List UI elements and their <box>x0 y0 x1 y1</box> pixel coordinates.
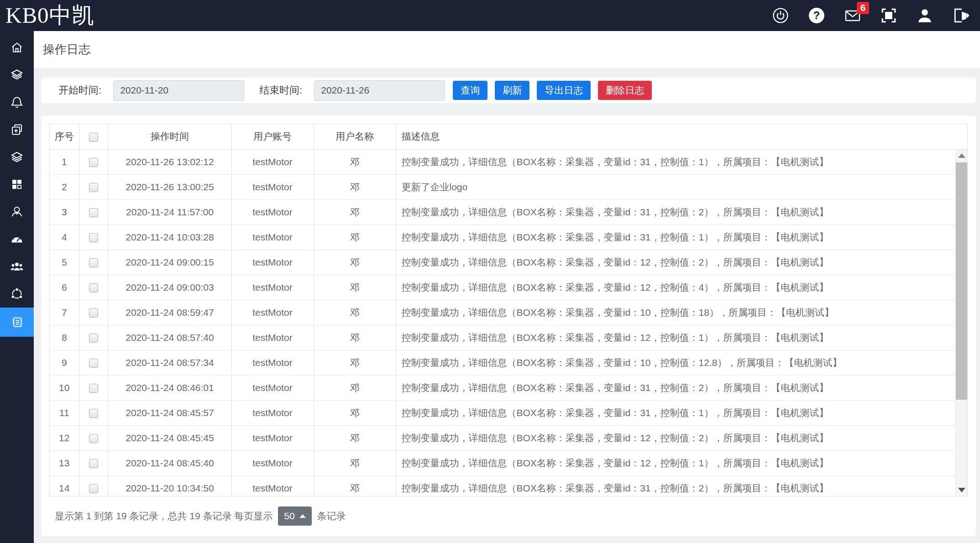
brand-logo[interactable]: KB0中凯 <box>0 0 95 31</box>
scrollbar-thumb[interactable] <box>956 162 967 400</box>
row-description: 更新了企业logo <box>396 174 967 199</box>
pagination-summary: 显示第 1 到第 19 条记录，总共 19 条记录 每页显示 <box>55 510 273 522</box>
row-user-name: 邓 <box>314 149 396 174</box>
row-number: 5 <box>50 250 79 275</box>
table-vertical-scrollbar[interactable] <box>955 150 967 496</box>
sidebar-item-home[interactable] <box>0 34 34 61</box>
pagination-suffix: 条记录 <box>317 510 346 522</box>
sidebar-item-profile[interactable] <box>0 198 34 225</box>
row-checkbox[interactable] <box>89 258 98 267</box>
row-user-account: testMotor <box>231 425 314 450</box>
row-checkbox[interactable] <box>89 183 98 192</box>
refresh-button[interactable]: 刷新 <box>495 81 529 100</box>
sidebar-item-dashboard-grid[interactable] <box>0 171 34 198</box>
row-checkbox[interactable] <box>89 208 98 217</box>
row-user-account: testMotor <box>231 475 314 496</box>
sidebar-item-network[interactable] <box>0 280 34 308</box>
row-user-account: testMotor <box>231 450 314 475</box>
row-checkbox[interactable] <box>89 409 98 418</box>
row-select-cell <box>79 174 108 199</box>
row-checkbox[interactable] <box>89 283 98 292</box>
select-all-checkbox[interactable] <box>89 133 98 142</box>
row-user-account: testMotor <box>231 400 314 425</box>
row-operation-time: 2020-11-24 08:46:01 <box>108 375 231 400</box>
row-user-name: 邓 <box>314 275 396 300</box>
row-operation-time: 2020-11-24 08:45:45 <box>108 425 231 450</box>
row-checkbox[interactable] <box>89 359 98 368</box>
row-user-account: testMotor <box>231 325 314 350</box>
row-user-name: 邓 <box>314 325 396 350</box>
row-checkbox[interactable] <box>89 459 98 468</box>
end-time-input[interactable] <box>314 80 445 101</box>
sidebar-item-layers[interactable] <box>0 61 34 89</box>
row-select-cell <box>79 300 108 325</box>
row-select-cell <box>79 350 108 375</box>
sidebar-item-user-group[interactable] <box>0 253 34 280</box>
row-operation-time: 2020-11-24 09:00:03 <box>108 275 231 300</box>
row-select-cell <box>79 450 108 475</box>
page-size-select[interactable]: 50 <box>278 506 311 526</box>
row-operation-time: 2020-11-24 11:57:00 <box>108 199 231 225</box>
row-checkbox[interactable] <box>89 384 98 393</box>
sidebar-item-operation-log[interactable] <box>0 308 34 337</box>
help-icon[interactable]: ? <box>808 7 825 24</box>
table-row: 92020-11-24 08:57:34testMotor邓控制变量成功，详细信… <box>50 350 967 375</box>
row-user-name: 邓 <box>314 199 396 225</box>
sidebar-item-alerts[interactable] <box>0 89 34 116</box>
pagination-bar: 显示第 1 到第 19 条记录，总共 19 条记录 每页显示 50 条记录 <box>49 496 968 536</box>
sidebar <box>0 31 34 543</box>
fullscreen-icon[interactable] <box>880 7 897 24</box>
row-operation-time: 2020-11-24 08:57:40 <box>108 325 231 350</box>
row-number: 13 <box>50 450 79 475</box>
table-row: 112020-11-24 08:45:57testMotor邓控制变量成功，详细… <box>50 400 967 425</box>
logout-icon[interactable] <box>953 7 969 24</box>
export-log-button[interactable]: 导出日志 <box>537 81 591 100</box>
row-select-cell <box>79 199 108 225</box>
delete-log-button[interactable]: 删除日志 <box>598 81 652 100</box>
sidebar-item-stack[interactable] <box>0 143 34 171</box>
row-checkbox[interactable] <box>89 334 98 343</box>
query-button[interactable]: 查询 <box>453 81 487 100</box>
start-time-input[interactable] <box>113 80 244 101</box>
row-description: 控制变量成功，详细信息（BOX名称：采集器，变量id：12，控制值：2），所属项… <box>396 250 967 275</box>
row-number: 7 <box>50 300 79 325</box>
row-user-name: 邓 <box>314 375 396 400</box>
power-icon[interactable] <box>772 7 789 24</box>
log-table: 序号 操作时间 用户账号 用户名称 描述信息 12020-11-26 13:02… <box>49 124 968 496</box>
row-select-cell <box>79 375 108 400</box>
row-select-cell <box>79 250 108 275</box>
table-row: 32020-11-24 11:57:00testMotor邓控制变量成功，详细信… <box>50 199 967 225</box>
row-description: 控制变量成功，详细信息（BOX名称：采集器，变量id：31，控制值：1），所属项… <box>396 400 967 425</box>
sidebar-item-gauge[interactable] <box>0 225 34 253</box>
table-header-row: 序号 操作时间 用户账号 用户名称 描述信息 <box>50 124 967 149</box>
message-count-badge: 6 <box>857 2 869 14</box>
scroll-up-icon[interactable] <box>956 150 967 162</box>
page-header: 操作日志 <box>34 31 980 68</box>
row-user-account: testMotor <box>231 275 314 300</box>
row-checkbox[interactable] <box>89 233 98 242</box>
row-operation-time: 2020-11-24 08:57:34 <box>108 350 231 375</box>
row-user-account: testMotor <box>231 225 314 250</box>
row-operation-time: 2020-11-26 13:02:12 <box>108 149 231 174</box>
row-checkbox[interactable] <box>89 484 98 493</box>
row-user-name: 邓 <box>314 475 396 496</box>
table-row: 102020-11-24 08:46:01testMotor邓控制变量成功，详细… <box>50 375 967 400</box>
page-size-value: 50 <box>284 511 294 522</box>
row-select-cell <box>79 400 108 425</box>
header-operation-time: 操作时间 <box>108 124 231 149</box>
row-number: 11 <box>50 400 79 425</box>
row-checkbox[interactable] <box>89 308 98 318</box>
row-operation-time: 2020-11-24 10:03:28 <box>108 225 231 250</box>
row-checkbox[interactable] <box>89 158 98 167</box>
row-checkbox[interactable] <box>89 434 98 443</box>
row-description: 控制变量成功，详细信息（BOX名称：采集器，变量id：10，控制值：12.8），… <box>396 350 967 375</box>
user-icon[interactable] <box>917 7 933 24</box>
row-user-name: 邓 <box>314 450 396 475</box>
table-row: 72020-11-24 08:59:47testMotor邓控制变量成功，详细信… <box>50 300 967 325</box>
sidebar-item-add-box[interactable] <box>0 116 34 143</box>
scroll-down-icon[interactable] <box>956 484 967 496</box>
row-description: 控制变量成功，详细信息（BOX名称：采集器，变量id：12，控制值：1），所属项… <box>396 325 967 350</box>
message-icon[interactable]: 6 <box>844 7 861 24</box>
table-row: 132020-11-24 08:45:40testMotor邓控制变量成功，详细… <box>50 450 967 475</box>
row-number: 2 <box>50 174 79 199</box>
